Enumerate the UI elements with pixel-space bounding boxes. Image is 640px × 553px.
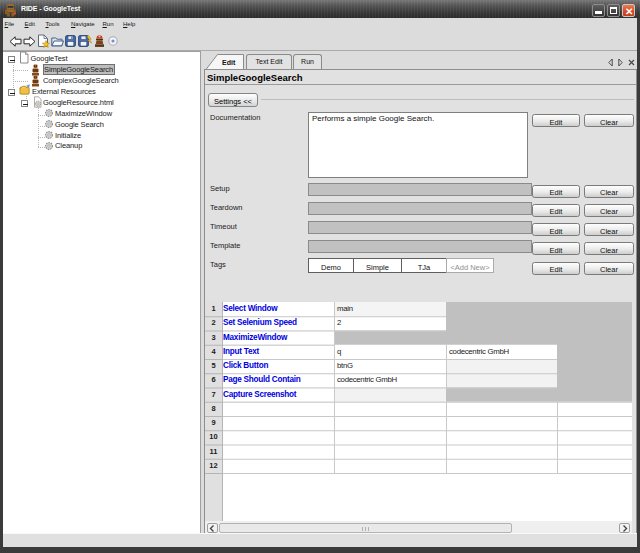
- svg-text:Capture Screenshot: Capture Screenshot: [223, 390, 297, 399]
- svg-text:1: 1: [211, 304, 215, 313]
- svg-text:2: 2: [211, 318, 215, 327]
- svg-text:Page Should Contain: Page Should Contain: [223, 375, 301, 384]
- svg-text:btnG: btnG: [337, 361, 353, 370]
- svg-text:Set Selenium Speed: Set Selenium Speed: [223, 318, 297, 327]
- svg-text:MaximizeWindow: MaximizeWindow: [223, 333, 288, 342]
- svg-text:Select Window: Select Window: [223, 304, 278, 313]
- svg-text:Edit: Edit: [222, 59, 236, 66]
- svg-text:Input Text: Input Text: [223, 347, 260, 356]
- svg-text:8: 8: [211, 404, 215, 413]
- svg-text:6: 6: [211, 375, 215, 384]
- svg-text:main: main: [337, 304, 353, 313]
- svg-text:Click Button: Click Button: [223, 361, 268, 370]
- svg-text:codecentric GmbH: codecentric GmbH: [449, 347, 509, 356]
- svg-text:9: 9: [211, 418, 215, 427]
- svg-text:q: q: [337, 347, 341, 356]
- svg-text:2: 2: [337, 318, 341, 327]
- svg-text:5: 5: [211, 361, 215, 370]
- svg-text:3: 3: [211, 333, 215, 342]
- svg-text:7: 7: [211, 390, 215, 399]
- svg-text:10: 10: [209, 432, 217, 441]
- svg-text:codecentric GmbH: codecentric GmbH: [337, 375, 397, 384]
- svg-text:12: 12: [209, 461, 217, 470]
- svg-text:11: 11: [210, 447, 218, 456]
